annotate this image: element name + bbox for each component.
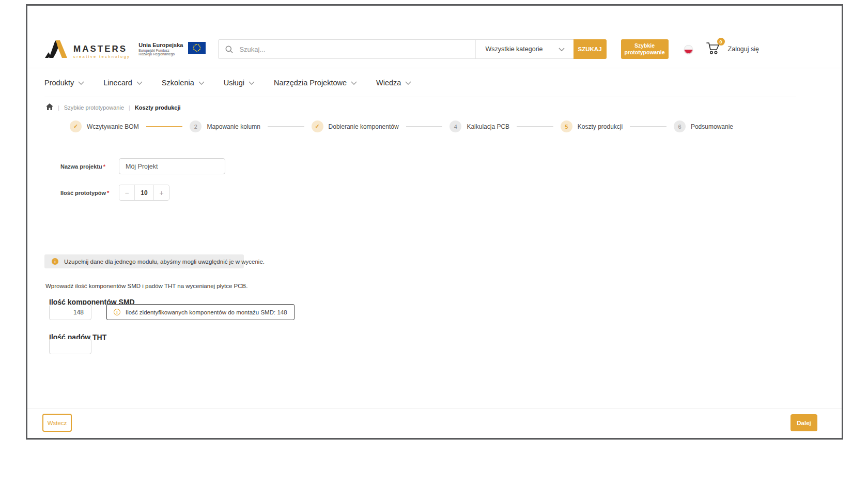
nav-label: Produkty: [44, 79, 74, 87]
breadcrumb-separator: |: [58, 104, 59, 111]
prototype-qty-row: Ilość prototypów* − 10 +: [60, 185, 169, 201]
tht-count-input[interactable]: [49, 339, 91, 354]
step-number: 6: [674, 120, 686, 132]
chevron-down-icon: [198, 78, 205, 87]
quantity-stepper: − 10 +: [119, 185, 169, 201]
step-number: 2: [190, 120, 202, 132]
search-input[interactable]: [238, 40, 475, 58]
step-wczytywanie-bom: ✓ Wczytywanie BOM: [70, 120, 139, 132]
step-koszty-produkcji: 5 Koszty produkcji: [561, 120, 623, 132]
step-label: Dobieranie komponentów: [329, 123, 399, 130]
step-connector: [146, 126, 183, 127]
masters-logo-icon: [44, 38, 68, 61]
label-text: Ilość prototypów: [60, 190, 106, 196]
module-notice-text: Uzupełnij dane dla jednego modułu, abyśm…: [64, 259, 265, 265]
quick-prototyping-button[interactable]: Szybkie prototypowanie: [621, 39, 669, 59]
category-select[interactable]: Wszystkie kategorie: [475, 40, 574, 58]
step-connector: [406, 126, 443, 127]
brand-tagline: creative technology: [73, 55, 130, 59]
breadcrumb-parent[interactable]: Szybkie prototypowanie: [64, 104, 124, 111]
cart-count-badge: 0: [717, 38, 725, 46]
nav-item-uslugi[interactable]: Usługi: [224, 78, 255, 87]
language-flag-icon[interactable]: [684, 45, 693, 54]
nav-divider: [44, 97, 796, 97]
search-submit-button[interactable]: SZUKAJ: [574, 39, 607, 59]
step-label: Mapowanie kolumn: [207, 123, 260, 130]
label-text: Nazwa projektu: [60, 163, 102, 170]
cart-button[interactable]: 0: [706, 42, 720, 56]
quantity-increase-button[interactable]: +: [154, 185, 169, 200]
nav-label: Szkolenia: [162, 79, 194, 87]
step-connector: [630, 126, 667, 127]
smd-count-input[interactable]: [49, 305, 91, 320]
chevron-down-icon: [559, 44, 565, 54]
eu-flag-icon: [188, 42, 206, 56]
nav-item-linecard[interactable]: Linecard: [103, 78, 143, 87]
footer-divider: [27, 409, 842, 409]
step-label: Wczytywanie BOM: [87, 123, 139, 130]
search-bar: Wszystkie kategorie SZUKAJ: [218, 39, 606, 59]
module-instruction: Wprowadź ilość komponentów SMD i padów T…: [45, 283, 247, 289]
brand-name: MASTERS: [73, 44, 130, 53]
step-label: Podsumowanie: [691, 123, 733, 130]
chevron-down-icon: [78, 78, 84, 87]
login-link[interactable]: Zaloguj się: [728, 46, 759, 53]
step-label: Koszty produkcji: [578, 123, 623, 130]
quantity-decrease-button[interactable]: −: [119, 185, 134, 200]
step-check-icon: ✓: [70, 120, 82, 132]
search-icon: [225, 46, 233, 53]
step-mapowanie-kolumn: 2 Mapowanie kolumn: [190, 120, 260, 132]
topbar: MASTERS creative technology Unia Europej…: [44, 34, 759, 64]
tht-count-row: [49, 339, 91, 354]
chevron-down-icon: [136, 78, 143, 87]
project-name-row: Nazwa projektu*: [60, 158, 225, 174]
nav-label: Wiedza: [376, 79, 401, 87]
step-number: 4: [450, 120, 461, 132]
step-kalkulacja-pcb: 4 Kalkulacja PCB: [450, 120, 509, 132]
next-button[interactable]: Dalej: [791, 414, 817, 431]
eu-subtitle-line1: Europejski Fundusz: [138, 49, 183, 53]
breadcrumb-separator: |: [129, 104, 130, 111]
required-asterisk: *: [103, 163, 105, 170]
back-button[interactable]: Wstecz: [42, 414, 72, 432]
step-label: Kalkulacja PCB: [467, 123, 509, 130]
required-asterisk: *: [107, 190, 109, 196]
nav-label: Linecard: [103, 79, 132, 87]
home-icon[interactable]: [46, 103, 53, 112]
breadcrumb: | Szybkie prototypowanie | Koszty produk…: [46, 103, 181, 112]
step-dobieranie-komponentow: ✓ Dobieranie komponentów: [312, 120, 399, 132]
warning-icon: !: [114, 309, 120, 315]
eu-title: Unia Europejska: [138, 42, 183, 49]
nav-item-narzedzia-projektowe[interactable]: Narzędzia Projektowe: [274, 78, 357, 87]
eu-funding-block: Unia Europejska Europejski Fundusz Rozwo…: [138, 42, 206, 56]
nav-item-wiedza[interactable]: Wiedza: [376, 78, 411, 87]
category-select-value: Wszystkie kategorie: [485, 46, 542, 53]
step-connector: [517, 126, 553, 127]
chevron-down-icon: [351, 78, 357, 87]
main-navigation: Produkty Linecard Szkolenia Usługi Narzę…: [44, 68, 759, 97]
smd-identified-hint: ! Ilość zidentyfikowanych komponentów do…: [106, 304, 295, 320]
screenshot-canvas: MASTERS creative technology Unia Europej…: [0, 0, 868, 483]
breadcrumb-current: Koszty produkcji: [135, 104, 181, 111]
window-frame: MASTERS creative technology Unia Europej…: [26, 4, 843, 440]
module-notice: i Uzupełnij dane dla jednego modułu, aby…: [44, 254, 244, 268]
prototype-qty-label: Ilość prototypów*: [60, 190, 119, 196]
nav-label: Usługi: [224, 79, 244, 87]
eu-subtitle-line2: Rozwoju Regionalnego: [138, 52, 183, 56]
step-check-icon: ✓: [312, 120, 323, 132]
smd-identified-hint-text: Ilość zidentyfikowanych komponentów do m…: [126, 309, 287, 315]
nav-item-szkolenia[interactable]: Szkolenia: [162, 78, 205, 87]
chevron-down-icon: [249, 78, 255, 87]
quantity-value[interactable]: 10: [134, 185, 154, 200]
project-name-label: Nazwa projektu*: [60, 163, 119, 170]
info-icon: i: [52, 258, 58, 265]
step-podsumowanie: 6 Podsumowanie: [674, 120, 733, 132]
chevron-down-icon: [405, 78, 411, 87]
step-number: 5: [561, 120, 572, 132]
smd-count-row: ! Ilość zidentyfikowanych komponentów do…: [49, 304, 295, 320]
step-connector: [268, 126, 304, 127]
nav-item-produkty[interactable]: Produkty: [44, 78, 84, 87]
brand-logo[interactable]: MASTERS creative technology: [44, 38, 130, 61]
wizard-stepper: ✓ Wczytywanie BOM 2 Mapowanie kolumn ✓ D…: [70, 120, 733, 132]
project-name-input[interactable]: [119, 158, 225, 174]
